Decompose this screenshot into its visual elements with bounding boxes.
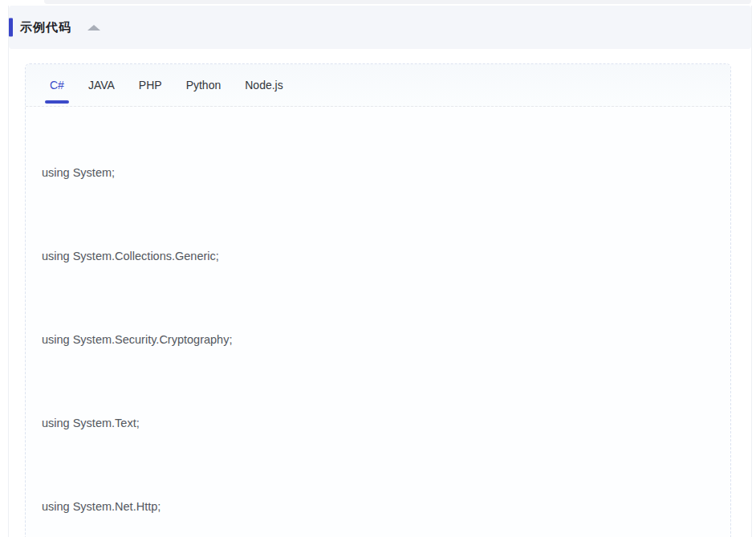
content-card: 示例代码 C# JAVA PHP Python Node.js using Sy… (8, 6, 752, 537)
tab-bar: C# JAVA PHP Python Node.js (26, 64, 730, 107)
code-block: using System; using System.Collections.G… (26, 107, 730, 537)
section-accent-bar (9, 18, 13, 37)
tab-java[interactable]: JAVA (88, 64, 115, 106)
code-line: using System.Collections.Generic; (42, 246, 722, 266)
code-line: using System; (42, 162, 722, 183)
previous-section-edge (44, 0, 751, 4)
tab-label-python: Python (186, 79, 222, 92)
collapse-up-icon[interactable] (87, 25, 100, 31)
tab-csharp[interactable]: C# (50, 64, 64, 106)
tab-label-csharp: C# (50, 79, 64, 92)
tab-label-php: PHP (139, 79, 162, 92)
tab-python[interactable]: Python (186, 64, 222, 106)
tab-label-java: JAVA (88, 79, 115, 92)
code-line: using System.Security.Cryptography; (42, 329, 722, 350)
tab-label-nodejs: Node.js (245, 79, 282, 92)
code-panel: C# JAVA PHP Python Node.js using System;… (25, 63, 731, 537)
section-header[interactable]: 示例代码 (9, 6, 751, 49)
code-line: using System.Net.Http; (42, 496, 722, 517)
tab-nodejs[interactable]: Node.js (245, 64, 282, 106)
section-title: 示例代码 (20, 20, 71, 35)
tab-php[interactable]: PHP (139, 64, 162, 106)
page: 示例代码 C# JAVA PHP Python Node.js using Sy… (0, 0, 756, 537)
active-tab-underline (45, 100, 69, 104)
code-line: using System.Text; (42, 413, 722, 433)
